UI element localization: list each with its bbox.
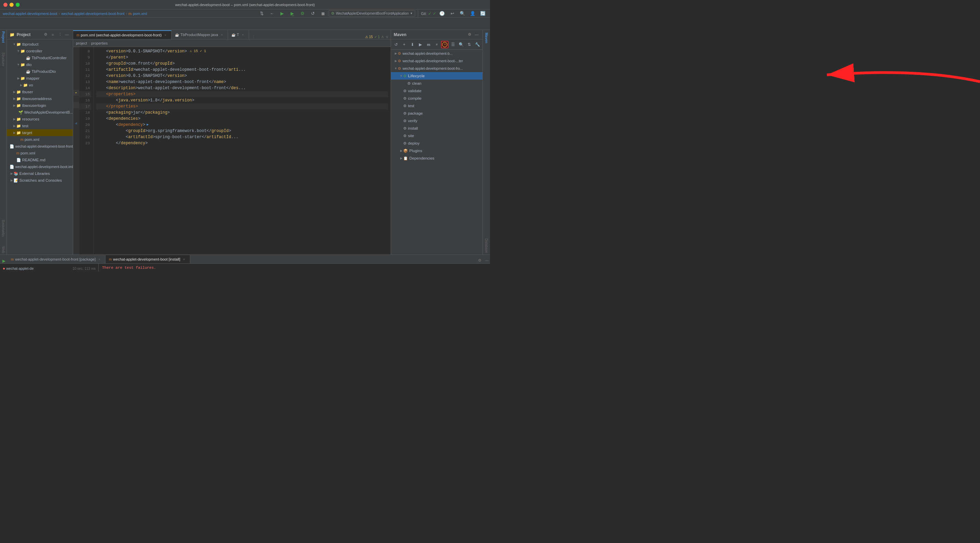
maven-execute-btn[interactable]: ⚙ bbox=[441, 41, 449, 48]
tree-item-iml[interactable]: 📄 wechat-applet-development-boot-front.i… bbox=[7, 143, 73, 150]
tree-item-readme[interactable]: 📄 README.md bbox=[7, 157, 73, 163]
fullscreen-button[interactable] bbox=[16, 3, 20, 7]
tab-T[interactable]: ☕ T × bbox=[228, 30, 249, 39]
maven-item-install[interactable]: ⚙ install bbox=[391, 124, 482, 132]
maven-item-lifecycle[interactable]: ▼ ⚙ Lifecycle bbox=[391, 72, 482, 79]
maven-item-boot-front[interactable]: ▼ ⚙ wechat-applet-development-boot-fro..… bbox=[391, 65, 482, 72]
tree-item-dto[interactable]: ▼ 📁 dto bbox=[7, 61, 73, 68]
tree-item-pom-outer[interactable]: m pom.xml bbox=[7, 150, 73, 157]
tab-close-mapper[interactable]: × bbox=[220, 32, 224, 37]
tab-pom-xml[interactable]: m pom.xml (wechat-applet-development-boo… bbox=[73, 30, 172, 39]
maven-item-test[interactable]: ⚙ test bbox=[391, 102, 482, 110]
tree-item-TbProductController[interactable]: ☕ TbProductController bbox=[7, 54, 73, 61]
tree-item-boot-iml[interactable]: 📄 wechat-applet-development-boot.iml bbox=[7, 163, 73, 170]
tab-close-btn[interactable]: × bbox=[97, 257, 102, 262]
maven-reload-btn[interactable]: ↺ bbox=[392, 41, 400, 48]
tab-close-T[interactable]: × bbox=[240, 32, 245, 37]
tab-dots[interactable]: ⋮ bbox=[250, 35, 257, 39]
code-editor[interactable]: ▸ ↺ 8 9 10 11 12 13 14 15 16 17 bbox=[73, 47, 391, 254]
maven-item-boot-ter[interactable]: ▶ ⚙ wechat-applet-development-boot-...te… bbox=[391, 57, 482, 65]
sidebar-maven-label[interactable]: Maven bbox=[484, 31, 489, 44]
minimize-button[interactable] bbox=[10, 3, 14, 7]
tab-close-btn2[interactable]: × bbox=[182, 257, 186, 262]
tree-item-WechatMain[interactable]: 🌱 WechatAppletDevelopmentB... bbox=[7, 109, 73, 116]
bottom-tab-install[interactable]: m wechat-applet-development-boot [instal… bbox=[105, 255, 190, 264]
panel-settings-btn[interactable]: ⚙ bbox=[43, 32, 49, 38]
maven-m-btn[interactable]: m bbox=[425, 41, 433, 48]
restart-btn[interactable]: ↺ bbox=[308, 10, 317, 18]
update-btn[interactable]: 🔄 bbox=[479, 10, 487, 18]
maven-item-site[interactable]: ⚙ site bbox=[391, 132, 482, 140]
tree-item-tbwxuserlogin[interactable]: ▶ 📁 tbwxuserlogin bbox=[7, 102, 73, 109]
maven-item-verify[interactable]: ⚙ verify bbox=[391, 117, 482, 124]
tree-item-pom-inner[interactable]: m pom.xml bbox=[7, 136, 73, 143]
sidebar-web-label[interactable]: Web bbox=[1, 245, 6, 254]
maven-lifecycle-btn[interactable]: # bbox=[433, 41, 441, 48]
sidebar-project-label[interactable]: Project bbox=[1, 30, 6, 44]
search-btn[interactable]: 🔍 bbox=[458, 10, 467, 18]
run-play-btn[interactable]: ▶ bbox=[0, 259, 8, 264]
tree-item-tbuser[interactable]: ▶ 📁 tbuser bbox=[7, 89, 73, 95]
maven-item-compile[interactable]: ⚙ compile bbox=[391, 95, 482, 102]
bottom-settings-btn[interactable]: ⚙ bbox=[477, 257, 483, 264]
maven-item-deploy[interactable]: ⚙ deploy bbox=[391, 140, 482, 147]
maven-item-dependencies[interactable]: ▶ 📋 Dependencies bbox=[391, 154, 482, 162]
tree-item-ext-libs[interactable]: ▶ 📚 External Libraries bbox=[7, 170, 73, 177]
panel-collapse-btn[interactable]: ≡ bbox=[50, 32, 56, 38]
git-undo-btn[interactable]: ↩ bbox=[448, 10, 457, 18]
tree-item-TbProductDto[interactable]: ☕ TbProductDto bbox=[7, 68, 73, 75]
maven-search-btn[interactable]: 🔍 bbox=[457, 41, 465, 48]
folder-icon: 📁 bbox=[16, 124, 21, 128]
vcs-update-btn[interactable]: ⇅ bbox=[257, 10, 266, 18]
breadcrumb-module[interactable]: wechat-applet-development-boot-front bbox=[61, 11, 124, 16]
maven-download-btn[interactable]: ⬇ bbox=[409, 41, 416, 48]
maven-wrench-btn[interactable]: 🔧 bbox=[474, 41, 481, 48]
tree-item-scratches[interactable]: ▶ 📝 Scratches and Consoles bbox=[7, 177, 73, 184]
expand-btn[interactable]: ∨ bbox=[385, 34, 388, 39]
maven-item-boot[interactable]: ▶ ⚙ wechat-applet-development-b... bbox=[391, 50, 482, 57]
maven-item-package[interactable]: ⚙ package bbox=[391, 110, 482, 117]
stop-btn[interactable]: ◼ bbox=[318, 10, 327, 18]
profile-btn[interactable]: 👤 bbox=[468, 10, 477, 18]
maven-add-btn[interactable]: + bbox=[401, 41, 408, 48]
bottom-tab-package[interactable]: m wechat-applet-development-boot-front [… bbox=[8, 255, 105, 264]
tree-item-tbproduct[interactable]: ▼ 📁 tbproduct bbox=[7, 41, 73, 48]
breadcrumb-properties[interactable]: properties bbox=[91, 41, 108, 45]
maven-list-btn[interactable]: ☰ bbox=[449, 41, 457, 48]
maven-run-btn[interactable]: ▶ bbox=[417, 41, 424, 48]
tree-item-test[interactable]: ▶ 📁 test bbox=[7, 122, 73, 129]
maven-settings-btn[interactable]: ⚙ bbox=[466, 32, 473, 38]
debug-btn[interactable]: ⚙ bbox=[298, 10, 307, 18]
breadcrumb-root[interactable]: wechat-applet-development-boot bbox=[3, 11, 57, 16]
bottom-close-btn[interactable]: — bbox=[484, 257, 490, 264]
run-green-btn[interactable]: ▶ bbox=[278, 10, 286, 18]
sidebar-structure-label[interactable]: Structure bbox=[1, 51, 6, 68]
tree-item-target[interactable]: ▶ 📁 target bbox=[7, 129, 73, 136]
tree-item-controller[interactable]: ▼ 📁 controller bbox=[7, 48, 73, 54]
maven-item-plugins[interactable]: ▶ 📦 Plugins bbox=[391, 147, 482, 154]
run-with-coverage-btn[interactable]: ▶̲ bbox=[288, 10, 297, 18]
sidebar-database-label[interactable]: Database bbox=[484, 237, 489, 254]
close-button[interactable] bbox=[3, 3, 8, 7]
tab-close-pom[interactable]: × bbox=[163, 33, 168, 37]
breadcrumb-project[interactable]: project bbox=[76, 41, 87, 45]
tree-item-mapper[interactable]: ▶ 📁 mapper bbox=[7, 75, 73, 82]
maven-collapse-btn[interactable]: ⇅ bbox=[466, 41, 473, 48]
git-history-btn[interactable]: 🕐 bbox=[438, 10, 447, 18]
maven-item-validate[interactable]: ⚙ validate bbox=[391, 87, 482, 95]
tree-item-tbwxuseraddress[interactable]: ▶ 📁 tbwxuseraddress bbox=[7, 95, 73, 102]
tab-TbProductMapper[interactable]: ☕ TbProductMapper.java × bbox=[172, 30, 228, 39]
run-config-selector[interactable]: ⚙ WechatAppletDevelopmentBootFrontApplic… bbox=[329, 10, 415, 17]
sidebar-bookmarks-label[interactable]: Bookmarks bbox=[1, 218, 6, 238]
maven-item-clean[interactable]: ⚙ clean bbox=[391, 79, 482, 87]
run-item-root[interactable]: ● wechat-applet-de 10 sec, 113 ms bbox=[0, 265, 98, 272]
tree-item-resources[interactable]: ▶ 📁 resources bbox=[7, 116, 73, 122]
collapse-btn[interactable]: ∧ bbox=[381, 34, 384, 39]
breadcrumb-file[interactable]: pom.xml bbox=[133, 11, 147, 16]
tree-item-vo[interactable]: ▶ 📁 vo bbox=[7, 82, 73, 89]
back-btn[interactable]: ← bbox=[267, 10, 276, 18]
panel-gear-btn[interactable]: ⋮ bbox=[57, 32, 63, 38]
panel-close-btn[interactable]: — bbox=[64, 32, 70, 38]
code-text[interactable]: <version>0.0.1-SNAPSHOT</version> ⚠ 15 ✓… bbox=[94, 47, 391, 254]
maven-close-btn[interactable]: — bbox=[474, 32, 480, 38]
